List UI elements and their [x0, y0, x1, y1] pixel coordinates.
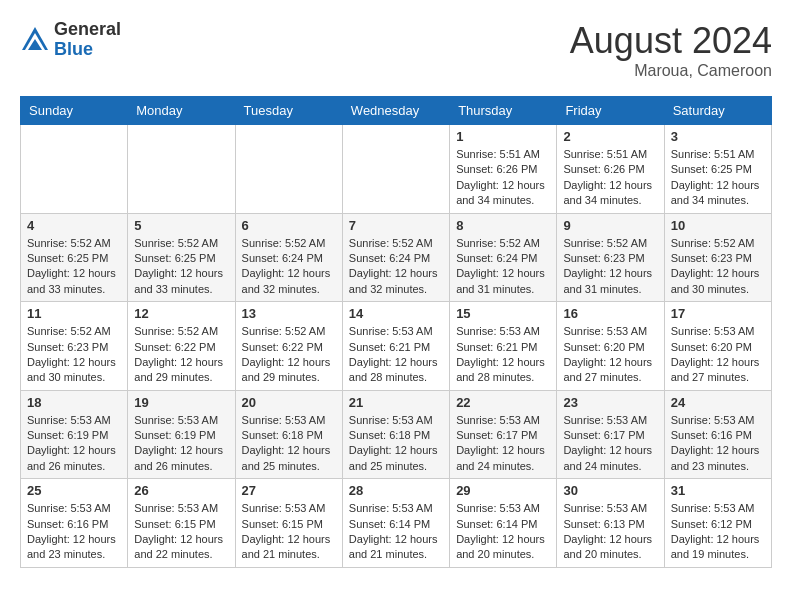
day-info: Sunrise: 5:52 AMSunset: 6:22 PMDaylight:… [134, 324, 228, 386]
day-cell: 15Sunrise: 5:53 AMSunset: 6:21 PMDayligh… [450, 302, 557, 391]
day-number: 23 [563, 395, 657, 410]
header-day-wednesday: Wednesday [342, 97, 449, 125]
day-cell: 1Sunrise: 5:51 AMSunset: 6:26 PMDaylight… [450, 125, 557, 214]
week-row-3: 11Sunrise: 5:52 AMSunset: 6:23 PMDayligh… [21, 302, 772, 391]
day-info: Sunrise: 5:52 AMSunset: 6:24 PMDaylight:… [456, 236, 550, 298]
day-cell: 28Sunrise: 5:53 AMSunset: 6:14 PMDayligh… [342, 479, 449, 568]
day-info: Sunrise: 5:52 AMSunset: 6:22 PMDaylight:… [242, 324, 336, 386]
day-number: 12 [134, 306, 228, 321]
day-number: 24 [671, 395, 765, 410]
day-cell: 25Sunrise: 5:53 AMSunset: 6:16 PMDayligh… [21, 479, 128, 568]
day-info: Sunrise: 5:52 AMSunset: 6:23 PMDaylight:… [671, 236, 765, 298]
logo-icon [20, 25, 50, 55]
logo-general: General [54, 20, 121, 40]
day-info: Sunrise: 5:53 AMSunset: 6:16 PMDaylight:… [671, 413, 765, 475]
day-cell: 17Sunrise: 5:53 AMSunset: 6:20 PMDayligh… [664, 302, 771, 391]
day-number: 5 [134, 218, 228, 233]
day-cell: 9Sunrise: 5:52 AMSunset: 6:23 PMDaylight… [557, 213, 664, 302]
day-cell [128, 125, 235, 214]
day-cell: 19Sunrise: 5:53 AMSunset: 6:19 PMDayligh… [128, 390, 235, 479]
day-cell: 22Sunrise: 5:53 AMSunset: 6:17 PMDayligh… [450, 390, 557, 479]
day-number: 3 [671, 129, 765, 144]
day-cell: 8Sunrise: 5:52 AMSunset: 6:24 PMDaylight… [450, 213, 557, 302]
day-info: Sunrise: 5:53 AMSunset: 6:18 PMDaylight:… [242, 413, 336, 475]
day-cell: 31Sunrise: 5:53 AMSunset: 6:12 PMDayligh… [664, 479, 771, 568]
header-day-friday: Friday [557, 97, 664, 125]
day-info: Sunrise: 5:51 AMSunset: 6:25 PMDaylight:… [671, 147, 765, 209]
day-info: Sunrise: 5:51 AMSunset: 6:26 PMDaylight:… [456, 147, 550, 209]
title-block: August 2024 Maroua, Cameroon [570, 20, 772, 80]
header-day-monday: Monday [128, 97, 235, 125]
day-number: 26 [134, 483, 228, 498]
day-cell: 11Sunrise: 5:52 AMSunset: 6:23 PMDayligh… [21, 302, 128, 391]
day-info: Sunrise: 5:53 AMSunset: 6:19 PMDaylight:… [27, 413, 121, 475]
day-cell: 27Sunrise: 5:53 AMSunset: 6:15 PMDayligh… [235, 479, 342, 568]
week-row-4: 18Sunrise: 5:53 AMSunset: 6:19 PMDayligh… [21, 390, 772, 479]
day-number: 28 [349, 483, 443, 498]
day-info: Sunrise: 5:53 AMSunset: 6:21 PMDaylight:… [349, 324, 443, 386]
logo-blue: Blue [54, 40, 121, 60]
day-number: 16 [563, 306, 657, 321]
day-info: Sunrise: 5:52 AMSunset: 6:24 PMDaylight:… [242, 236, 336, 298]
week-row-5: 25Sunrise: 5:53 AMSunset: 6:16 PMDayligh… [21, 479, 772, 568]
day-cell: 23Sunrise: 5:53 AMSunset: 6:17 PMDayligh… [557, 390, 664, 479]
day-info: Sunrise: 5:53 AMSunset: 6:20 PMDaylight:… [671, 324, 765, 386]
day-number: 18 [27, 395, 121, 410]
day-info: Sunrise: 5:53 AMSunset: 6:13 PMDaylight:… [563, 501, 657, 563]
day-cell: 14Sunrise: 5:53 AMSunset: 6:21 PMDayligh… [342, 302, 449, 391]
day-number: 10 [671, 218, 765, 233]
day-cell: 20Sunrise: 5:53 AMSunset: 6:18 PMDayligh… [235, 390, 342, 479]
day-info: Sunrise: 5:51 AMSunset: 6:26 PMDaylight:… [563, 147, 657, 209]
day-number: 14 [349, 306, 443, 321]
day-info: Sunrise: 5:52 AMSunset: 6:23 PMDaylight:… [27, 324, 121, 386]
day-number: 9 [563, 218, 657, 233]
day-number: 21 [349, 395, 443, 410]
day-cell [21, 125, 128, 214]
day-number: 8 [456, 218, 550, 233]
day-number: 30 [563, 483, 657, 498]
day-info: Sunrise: 5:53 AMSunset: 6:19 PMDaylight:… [134, 413, 228, 475]
day-number: 6 [242, 218, 336, 233]
calendar-header: SundayMondayTuesdayWednesdayThursdayFrid… [21, 97, 772, 125]
month-year: August 2024 [570, 20, 772, 62]
day-info: Sunrise: 5:52 AMSunset: 6:23 PMDaylight:… [563, 236, 657, 298]
day-cell: 12Sunrise: 5:52 AMSunset: 6:22 PMDayligh… [128, 302, 235, 391]
day-number: 13 [242, 306, 336, 321]
day-info: Sunrise: 5:53 AMSunset: 6:12 PMDaylight:… [671, 501, 765, 563]
day-cell: 10Sunrise: 5:52 AMSunset: 6:23 PMDayligh… [664, 213, 771, 302]
day-cell: 13Sunrise: 5:52 AMSunset: 6:22 PMDayligh… [235, 302, 342, 391]
page-header: General Blue August 2024 Maroua, Cameroo… [20, 20, 772, 80]
day-number: 20 [242, 395, 336, 410]
day-number: 25 [27, 483, 121, 498]
day-cell: 26Sunrise: 5:53 AMSunset: 6:15 PMDayligh… [128, 479, 235, 568]
day-cell: 6Sunrise: 5:52 AMSunset: 6:24 PMDaylight… [235, 213, 342, 302]
day-cell: 30Sunrise: 5:53 AMSunset: 6:13 PMDayligh… [557, 479, 664, 568]
header-row: SundayMondayTuesdayWednesdayThursdayFrid… [21, 97, 772, 125]
day-number: 19 [134, 395, 228, 410]
day-number: 27 [242, 483, 336, 498]
week-row-1: 1Sunrise: 5:51 AMSunset: 6:26 PMDaylight… [21, 125, 772, 214]
day-cell: 29Sunrise: 5:53 AMSunset: 6:14 PMDayligh… [450, 479, 557, 568]
day-number: 7 [349, 218, 443, 233]
day-cell: 2Sunrise: 5:51 AMSunset: 6:26 PMDaylight… [557, 125, 664, 214]
day-info: Sunrise: 5:53 AMSunset: 6:20 PMDaylight:… [563, 324, 657, 386]
day-number: 11 [27, 306, 121, 321]
day-info: Sunrise: 5:53 AMSunset: 6:14 PMDaylight:… [456, 501, 550, 563]
day-cell: 21Sunrise: 5:53 AMSunset: 6:18 PMDayligh… [342, 390, 449, 479]
day-info: Sunrise: 5:52 AMSunset: 6:25 PMDaylight:… [134, 236, 228, 298]
day-cell [235, 125, 342, 214]
week-row-2: 4Sunrise: 5:52 AMSunset: 6:25 PMDaylight… [21, 213, 772, 302]
day-info: Sunrise: 5:53 AMSunset: 6:17 PMDaylight:… [456, 413, 550, 475]
calendar-body: 1Sunrise: 5:51 AMSunset: 6:26 PMDaylight… [21, 125, 772, 568]
logo: General Blue [20, 20, 121, 60]
day-number: 15 [456, 306, 550, 321]
day-number: 29 [456, 483, 550, 498]
header-day-thursday: Thursday [450, 97, 557, 125]
day-cell: 24Sunrise: 5:53 AMSunset: 6:16 PMDayligh… [664, 390, 771, 479]
day-number: 1 [456, 129, 550, 144]
day-number: 2 [563, 129, 657, 144]
day-info: Sunrise: 5:53 AMSunset: 6:18 PMDaylight:… [349, 413, 443, 475]
header-day-tuesday: Tuesday [235, 97, 342, 125]
day-number: 4 [27, 218, 121, 233]
location: Maroua, Cameroon [570, 62, 772, 80]
